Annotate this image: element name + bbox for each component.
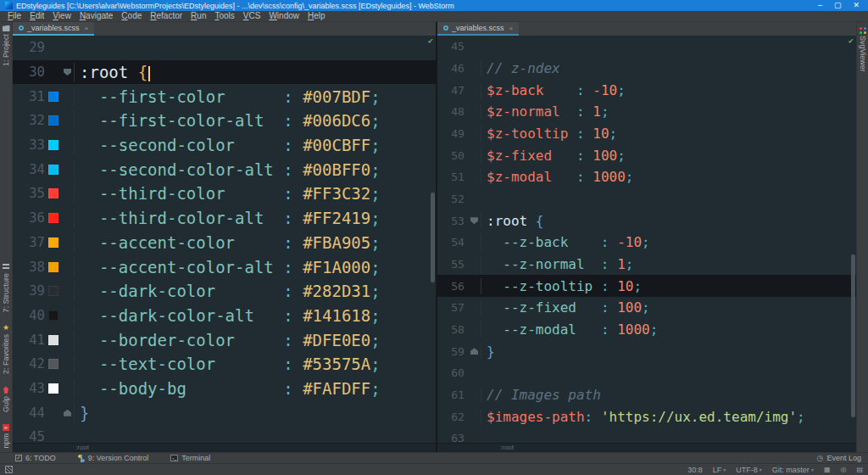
code-line[interactable]: 40 --dark-color-alt : #141618; [13,304,436,328]
line-number[interactable]: 46 [437,62,465,75]
tool-window-button-gulp[interactable]: Gulp [2,386,10,412]
line-number[interactable]: 59 [437,345,465,358]
code-line[interactable]: 32 --first-color-alt : #006DC6; [13,109,436,133]
code-line[interactable]: 34 --second-color-alt : #00BFF0; [13,157,436,182]
tool-window-button-event-log[interactable]: ◷Event Log [817,454,861,462]
tab-variables-scss-right[interactable]: _variables.scss × [437,22,519,36]
menu-refactor[interactable]: Refactor [146,11,186,21]
line-number[interactable]: 38 [13,260,45,275]
line-number[interactable]: 47 [437,84,465,97]
readonly-lock-icon[interactable]: ▦ [824,466,831,473]
code-line[interactable]: 46// z-ndex [437,58,856,80]
line-number[interactable]: 45 [437,40,465,53]
tab-close-icon[interactable]: × [85,25,89,32]
tool-window-button-svgviewer[interactable]: SvgViewer [859,25,867,72]
tool-window-button-6-todo[interactable]: ✓6: TODO [15,454,56,462]
line-number[interactable]: 53 [437,215,465,227]
highlighting-level-icon[interactable]: ◎ [840,466,846,473]
color-swatch[interactable] [48,188,58,198]
code-editor-left[interactable]: 2930:root {31 --first-color : #007BDF;32… [13,36,436,443]
color-swatch[interactable] [48,286,58,296]
code-line[interactable]: 36 --third-color-alt : #FF2419; [13,206,436,231]
line-number[interactable]: 41 [13,332,45,348]
scrollbar-thumb[interactable] [851,254,855,417]
color-swatch[interactable] [48,165,58,175]
code-line[interactable]: 55 --z-normal : 1; [437,254,856,276]
code-line[interactable]: 60 [437,362,856,384]
tool-window-button-2-favorites[interactable]: ★2: Favorites [2,324,10,374]
code-line[interactable]: 31 --first-color : #007BDF; [13,84,436,109]
line-number[interactable]: 48 [437,105,465,118]
line-number[interactable]: 51 [437,170,465,183]
tool-window-button-9-version-control[interactable]: 9: Version Control [78,454,149,462]
line-number[interactable]: 36 [13,210,45,226]
color-swatch[interactable] [48,335,58,345]
line-number[interactable]: 54 [437,236,465,249]
line-number[interactable]: 62 [437,411,465,423]
line-number[interactable]: 43 [13,381,45,396]
line-number[interactable]: 57 [437,301,465,314]
line-number[interactable]: 52 [437,193,465,205]
caret-position[interactable]: 30:8 [687,466,703,474]
line-number[interactable]: 29 [13,40,45,55]
line-number[interactable]: 56 [437,280,465,293]
line-number[interactable]: 31 [13,89,45,104]
breadcrumb[interactable]: :root [13,443,436,452]
color-swatch[interactable] [48,238,58,248]
menu-vcs[interactable]: VCS [239,11,265,21]
color-swatch[interactable] [48,359,58,369]
line-number[interactable]: 55 [437,258,465,271]
color-swatch[interactable] [48,213,58,223]
code-line[interactable]: 56 --z-tooltip : 10; [437,275,856,297]
code-line[interactable]: 48$z-normal : 1; [437,101,856,123]
menu-file[interactable]: File [3,11,25,21]
line-number[interactable]: 45 [13,429,45,443]
menu-tools[interactable]: Tools [210,11,238,21]
scrollbar-thumb[interactable] [431,193,435,282]
line-number[interactable]: 33 [13,137,45,153]
code-line[interactable]: 35 --third-color : #FF3C32; [13,182,436,206]
code-line[interactable]: 63 [437,428,856,443]
code-line[interactable]: 29 [13,36,436,60]
code-line[interactable]: 43 --body-bg : #FAFDFF; [13,377,436,401]
menu-code[interactable]: Code [117,11,146,21]
code-line[interactable]: 57 --z-fixed : 100; [437,297,856,319]
color-swatch[interactable] [48,262,58,272]
tool-window-button-7-structure[interactable]: 7: Structure [2,264,10,313]
code-line[interactable]: 58 --z-modal : 1000; [437,319,856,341]
code-line[interactable]: 62$images-path: 'https://ux.ed.team/img'… [437,405,856,428]
tool-window-button-npm[interactable]: nnpm [2,424,10,449]
tool-window-button-terminal[interactable]: ›_Terminal [170,454,210,462]
code-line[interactable]: 41 --border-color : #DFE0E0; [13,327,436,352]
line-number[interactable]: 44 [13,405,45,421]
line-number[interactable]: 61 [437,388,465,401]
screen-reader-icon[interactable]: ▤ [856,466,863,473]
line-number[interactable]: 35 [13,186,45,201]
code-line[interactable]: 51$z-modal : 1000; [437,166,856,188]
code-line[interactable]: 45 [437,36,856,58]
menu-navigate[interactable]: Navigate [75,11,117,21]
code-line[interactable]: 61// Images path [437,384,856,406]
color-swatch[interactable] [48,92,58,102]
code-line[interactable]: 44} [13,400,436,425]
code-line[interactable]: 59} [437,340,856,362]
code-line[interactable]: 52 [437,188,856,210]
line-number[interactable]: 40 [13,308,45,323]
close-button[interactable]: ✕ [853,0,860,11]
tab-close-icon[interactable]: × [509,25,514,32]
code-line[interactable]: 37 --accent-color : #FBA905; [13,231,436,255]
line-number[interactable]: 60 [437,366,465,379]
code-editor-right[interactable]: 4546// z-ndex47$z-back : -10;48$z-normal… [437,36,856,443]
line-number[interactable]: 39 [13,283,45,299]
tool-window-button-1-project[interactable]: 1: Project [2,25,10,66]
minimize-button[interactable]: – [818,0,822,11]
tool-window-toggle-icon[interactable] [5,466,13,473]
breadcrumb[interactable]: :root [437,443,856,452]
code-line[interactable]: 30:root { [13,60,436,85]
code-line[interactable]: 53:root { [437,210,856,232]
fold-close-icon[interactable] [470,348,478,355]
line-number[interactable]: 49 [437,127,465,140]
menu-window[interactable]: Window [264,11,303,21]
line-number[interactable]: 50 [437,149,465,162]
file-encoding[interactable]: UTF-8▾ [736,466,762,474]
